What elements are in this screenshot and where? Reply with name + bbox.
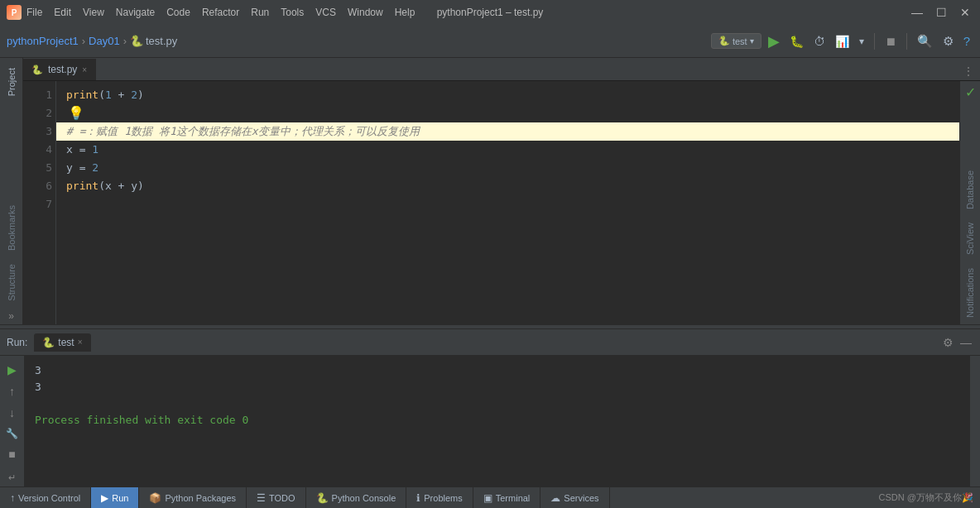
scroll-down-button[interactable]: ↓ [7, 404, 17, 422]
menu-help[interactable]: Help [390, 5, 420, 20]
run-settings-button[interactable]: ⚙ [941, 334, 955, 351]
settings-button[interactable]: ⚙ [939, 31, 957, 52]
rerun-button[interactable]: ▶ [5, 361, 19, 379]
maximize-button[interactable]: ☐ [933, 6, 950, 19]
stop-button[interactable]: ⏹ [882, 31, 900, 51]
run-tab-label: test [58, 337, 74, 348]
problems-icon: ℹ [416, 492, 420, 504]
menu-run[interactable]: Run [246, 5, 274, 20]
status-bar: ↑ Version Control ▶ Run 📦 Python Package… [0, 486, 980, 508]
menu-refactor[interactable]: Refactor [197, 5, 244, 20]
code-editor[interactable]: 1 2 3 4 5 6 7 print(1 + 2) 💡 # [23, 81, 959, 324]
status-tab-services[interactable]: ☁ Services [540, 487, 609, 508]
menu-view[interactable]: View [78, 5, 109, 20]
status-tab-python-console[interactable]: 🐍 Python Console [306, 487, 407, 508]
menu-tools[interactable]: Tools [276, 5, 309, 20]
run-tab-tools: ⚙ — [941, 334, 973, 351]
status-tab-pkg-label: Python Packages [165, 493, 236, 503]
status-tab-services-label: Services [564, 493, 598, 503]
hint-icon: 💡 [68, 104, 84, 122]
output-line-3 [35, 395, 960, 412]
packages-icon: 📦 [149, 492, 161, 504]
run-status-icon: ▶ [101, 492, 108, 504]
output-line-1: 3 [35, 362, 960, 379]
sidebar-item-bookmarks[interactable]: Bookmarks [2, 199, 22, 257]
todo-icon: ☰ [257, 492, 266, 504]
code-content[interactable]: print(1 + 2) 💡 # =：赋值 1数据 将1这个数据存储在x变量中；… [56, 81, 959, 324]
toolbar: pythonProject1 › Day01 › 🐍 test.py 🐍 tes… [0, 25, 980, 58]
status-tab-python-packages[interactable]: 📦 Python Packages [139, 487, 247, 508]
tab-more-button[interactable]: ⋮ [957, 62, 980, 80]
help-button[interactable]: ? [960, 31, 973, 51]
run-tab-bar: Run: 🐍 test × ⚙ — [0, 329, 980, 356]
status-tab-problems[interactable]: ℹ Problems [406, 487, 473, 508]
menu-code[interactable]: Code [161, 5, 195, 20]
run-tab-test[interactable]: 🐍 test × [34, 333, 90, 352]
status-tab-todo[interactable]: ☰ TODO [247, 487, 306, 508]
status-tab-todo-label: TODO [269, 493, 295, 503]
wrench-button[interactable]: 🔧 [3, 425, 21, 442]
terminal-icon: ▣ [483, 492, 492, 504]
code-line-1: print(1 + 2) [66, 86, 949, 104]
search-button[interactable]: 🔍 [914, 31, 936, 52]
line-numbers: 1 2 3 4 5 6 7 [23, 81, 56, 324]
status-tab-terminal[interactable]: ▣ Terminal [473, 487, 541, 508]
status-right-text: CSDN @万物不及你🎉 [872, 491, 980, 504]
status-tab-version-control[interactable]: ↑ Version Control [0, 487, 91, 508]
tab-close-button[interactable]: × [82, 65, 87, 74]
status-tab-terminal-label: Terminal [496, 493, 531, 503]
code-line-6: print(x + y) [66, 177, 949, 195]
run-tab-icon: 🐍 [42, 337, 55, 348]
run-toolbar: ▶ ↑ ↓ 🔧 ■ ↵ » [0, 356, 25, 486]
menu-file[interactable]: File [22, 5, 47, 20]
tab-py-icon: 🐍 [31, 65, 43, 75]
stop-run-button[interactable]: ■ [6, 445, 17, 463]
run-output: 3 3 Process finished with exit code 0 [25, 356, 970, 486]
status-tab-vc-label: Version Control [18, 493, 80, 503]
close-button[interactable]: ✕ [957, 6, 973, 19]
status-tab-run-label: Run [112, 493, 128, 503]
version-control-icon: ↑ [10, 492, 15, 504]
run-content: ▶ ↑ ↓ 🔧 ■ ↵ » 3 3 Process finished with … [0, 356, 980, 486]
left-more-button[interactable]: » [8, 308, 14, 324]
sidebar-item-project[interactable]: Project [2, 61, 22, 103]
console-icon: 🐍 [316, 492, 329, 504]
run-scroll[interactable] [970, 356, 980, 486]
status-tab-run[interactable]: ▶ Run [91, 487, 139, 508]
breadcrumb-sep2: › [123, 35, 127, 47]
menu-edit[interactable]: Edit [49, 5, 76, 20]
minimize-button[interactable]: — [908, 6, 926, 19]
run-tab-close[interactable]: × [78, 338, 83, 347]
breadcrumb-file[interactable]: 🐍 test.py [130, 35, 177, 47]
editor-tab-test[interactable]: 🐍 test.py × [23, 59, 96, 80]
menu-vcs[interactable]: VCS [310, 5, 341, 20]
soft-wrap-button[interactable]: ↵ [6, 470, 18, 486]
breadcrumb-mid[interactable]: Day01 [89, 35, 120, 47]
code-valid-icon: ✓ [965, 84, 976, 100]
coverage-button[interactable]: ⏱ [810, 31, 829, 51]
right-tool-notifications[interactable]: Notifications [960, 261, 980, 324]
services-icon: ☁ [550, 492, 560, 504]
right-tool-database[interactable]: Database [960, 164, 980, 216]
breadcrumb: pythonProject1 › Day01 › 🐍 test.py [7, 35, 177, 47]
scroll-up-button[interactable]: ↑ [7, 382, 17, 400]
code-line-4: x = 1 [66, 141, 949, 159]
right-tool-sciview[interactable]: SciView [960, 216, 980, 261]
menu-window[interactable]: Window [343, 5, 388, 20]
debug-button[interactable]: 🐛 [786, 31, 807, 51]
profile-button[interactable]: 📊 [832, 31, 853, 51]
run-config-selector[interactable]: 🐍 test ▾ [711, 33, 761, 49]
run-minimize-button[interactable]: — [958, 334, 973, 351]
run-label: Run: [7, 337, 27, 348]
code-line-7 [66, 195, 949, 213]
breadcrumb-root[interactable]: pythonProject1 [7, 35, 79, 47]
code-line-3: # =：赋值 1数据 将1这个数据存储在x变量中；代理关系；可以反复使用 [56, 122, 959, 141]
tab-label: test.py [48, 64, 77, 75]
editor-tab-bar: 🐍 test.py × ⋮ [23, 58, 980, 81]
window-controls: — ☐ ✕ [908, 6, 973, 19]
menu-navigate[interactable]: Navigate [111, 5, 160, 20]
left-sidebar: Project Bookmarks Structure » [0, 58, 23, 324]
more-run-options[interactable]: ▾ [856, 32, 867, 50]
run-button[interactable]: ▶ [765, 29, 783, 54]
sidebar-item-structure[interactable]: Structure [2, 257, 22, 308]
